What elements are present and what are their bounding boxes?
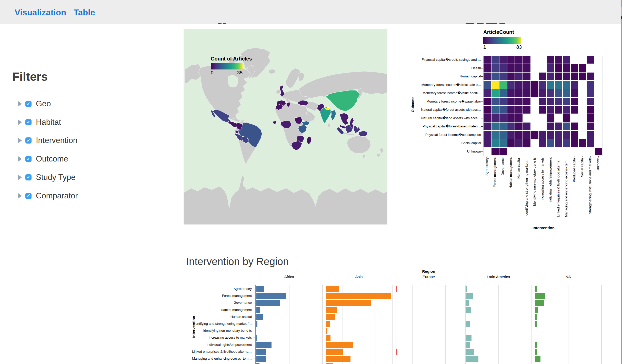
heatmap-cell[interactable] bbox=[547, 81, 554, 89]
heatmap-cell[interactable] bbox=[587, 73, 594, 80]
heatmap-cell[interactable] bbox=[491, 106, 499, 114]
bar-asia[interactable] bbox=[326, 363, 333, 364]
heatmap-cell[interactable] bbox=[547, 64, 554, 72]
heatmap-cell[interactable] bbox=[563, 106, 570, 114]
bar-na[interactable] bbox=[535, 321, 537, 327]
bar-asia[interactable] bbox=[326, 321, 330, 327]
heatmap-cell[interactable] bbox=[539, 139, 546, 147]
bar-africa[interactable] bbox=[256, 314, 263, 320]
bar-na[interactable] bbox=[535, 314, 537, 320]
heatmap-cell[interactable] bbox=[484, 131, 491, 139]
heatmap-cell[interactable] bbox=[563, 56, 570, 64]
heatmap-cell[interactable] bbox=[491, 114, 499, 122]
scrollbar-thumb[interactable] bbox=[621, 16, 622, 19]
expand-arrow-icon[interactable] bbox=[18, 119, 22, 125]
heatmap-cell[interactable] bbox=[515, 98, 523, 105]
expand-arrow-icon[interactable] bbox=[18, 101, 22, 107]
heatmap-cell[interactable] bbox=[499, 81, 507, 89]
heatmap-cell[interactable] bbox=[484, 114, 491, 122]
heatmap-cell[interactable] bbox=[491, 73, 499, 80]
heatmap-cell[interactable] bbox=[555, 56, 562, 64]
heatmap-cell[interactable] bbox=[499, 114, 507, 122]
heatmap-cell[interactable] bbox=[484, 56, 491, 64]
bar-asia[interactable] bbox=[326, 286, 339, 292]
heatmap-cell[interactable] bbox=[515, 81, 523, 89]
heatmap-cell[interactable] bbox=[531, 81, 538, 89]
bar-asia[interactable] bbox=[326, 335, 330, 341]
heatmap-cell[interactable] bbox=[523, 98, 530, 105]
heatmap-cell[interactable] bbox=[523, 89, 530, 97]
tab-visualization[interactable]: Visualization bbox=[15, 8, 66, 17]
heatmap-cell[interactable] bbox=[571, 106, 578, 114]
heatmap-cell[interactable] bbox=[507, 98, 515, 105]
heatmap-cell[interactable] bbox=[507, 64, 515, 72]
bar-latin-america[interactable] bbox=[466, 293, 473, 299]
heatmap-cell[interactable] bbox=[507, 114, 515, 122]
heatmap-cell[interactable] bbox=[523, 139, 530, 147]
heatmap-cell[interactable] bbox=[587, 106, 594, 114]
heatmap-cell[interactable] bbox=[484, 123, 491, 130]
heatmap-cell[interactable] bbox=[539, 98, 546, 105]
heatmap-cell[interactable] bbox=[507, 56, 515, 64]
heatmap-cell[interactable] bbox=[547, 56, 554, 64]
bar-latin-america[interactable] bbox=[466, 335, 471, 341]
heatmap-cell[interactable] bbox=[555, 131, 562, 139]
heatmap-cell[interactable] bbox=[484, 106, 491, 114]
heatmap-cell[interactable] bbox=[484, 64, 491, 72]
heatmap-cell[interactable] bbox=[484, 98, 491, 105]
bar-africa[interactable] bbox=[256, 293, 286, 299]
heatmap-cell[interactable] bbox=[515, 56, 523, 64]
heatmap-cell[interactable] bbox=[523, 81, 530, 89]
heatmap-cell[interactable] bbox=[491, 56, 499, 64]
checkbox-study-type[interactable]: ✓ bbox=[25, 174, 32, 180]
heatmap-cell[interactable] bbox=[484, 81, 491, 89]
heatmap-cell[interactable] bbox=[563, 123, 570, 130]
bar-africa[interactable] bbox=[256, 363, 259, 364]
bar-asia[interactable] bbox=[326, 293, 391, 299]
heatmap-cell[interactable] bbox=[499, 73, 507, 80]
heatmap-cell[interactable] bbox=[539, 81, 546, 89]
heatmap-cell[interactable] bbox=[499, 98, 507, 105]
bar-latin-america[interactable] bbox=[466, 307, 471, 313]
bar-africa[interactable] bbox=[256, 286, 264, 292]
heatmap-cell[interactable] bbox=[587, 81, 594, 89]
heatmap-cell[interactable] bbox=[507, 89, 515, 97]
heatmap-cell[interactable] bbox=[499, 148, 507, 155]
bar-asia[interactable] bbox=[326, 356, 350, 362]
heatmap-cell[interactable] bbox=[555, 81, 562, 89]
bar-latin-america[interactable] bbox=[466, 349, 474, 355]
heatmap-cell[interactable] bbox=[515, 73, 523, 80]
expand-arrow-icon[interactable] bbox=[18, 138, 22, 143]
heatmap-cell[interactable] bbox=[539, 73, 546, 80]
heatmap-cell[interactable] bbox=[555, 73, 562, 80]
heatmap-cell[interactable] bbox=[579, 64, 586, 72]
heatmap-cell[interactable] bbox=[523, 56, 530, 64]
scrollbar[interactable] bbox=[621, 0, 622, 364]
bar-latin-america[interactable] bbox=[466, 300, 469, 306]
heatmap-cell[interactable] bbox=[555, 139, 562, 147]
heatmap-cell[interactable] bbox=[563, 73, 570, 80]
bar-asia[interactable] bbox=[326, 307, 337, 313]
bar-asia[interactable] bbox=[326, 349, 343, 355]
bar-na[interactable] bbox=[535, 342, 537, 348]
heatmap-cell[interactable] bbox=[563, 139, 570, 147]
bar-asia[interactable] bbox=[326, 342, 353, 348]
heatmap-cell[interactable] bbox=[547, 98, 554, 105]
heatmap-cell[interactable] bbox=[579, 139, 586, 147]
heatmap-cell[interactable] bbox=[499, 106, 507, 114]
heatmap-cell[interactable] bbox=[571, 81, 578, 89]
heatmap-cell[interactable] bbox=[539, 131, 546, 139]
heatmap-cell[interactable] bbox=[571, 89, 578, 97]
bar-na[interactable] bbox=[535, 356, 540, 362]
heatmap-cell[interactable] bbox=[555, 123, 562, 130]
heatmap-cell[interactable] bbox=[571, 64, 578, 72]
bar-africa[interactable] bbox=[256, 335, 257, 341]
bar-na[interactable] bbox=[535, 307, 538, 313]
heatmap-cell[interactable] bbox=[587, 123, 594, 130]
heatmap-cell[interactable] bbox=[491, 98, 499, 105]
heatmap-cell[interactable] bbox=[571, 98, 578, 105]
heatmap-cell[interactable] bbox=[515, 123, 523, 130]
heatmap-cell[interactable] bbox=[499, 131, 507, 139]
heatmap-cell[interactable] bbox=[507, 131, 515, 139]
heatmap-cell[interactable] bbox=[515, 139, 523, 147]
